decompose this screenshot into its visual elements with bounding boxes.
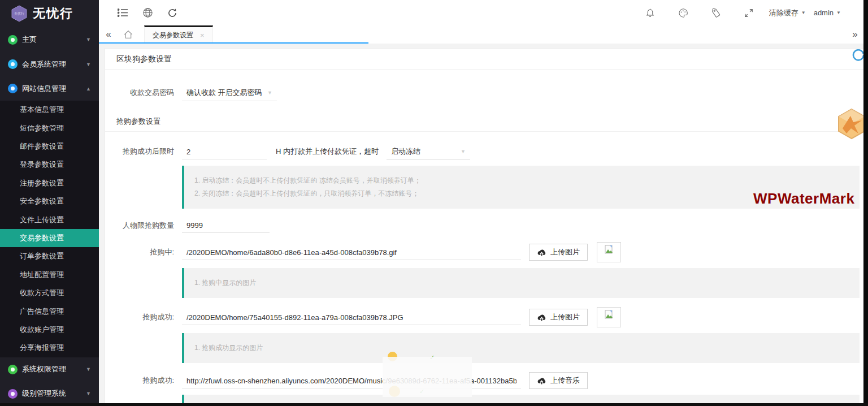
sidebar-item-level-management[interactable]: 级别管理系统 ▼ xyxy=(0,382,99,406)
chevron-down-icon: ▼ xyxy=(86,366,91,372)
fullscreen-icon[interactable] xyxy=(736,5,761,21)
sidebar-item-payment-accounts[interactable]: 收款账户管理 xyxy=(0,321,99,339)
clear-cache-dropdown[interactable]: 清除缓存 ▼ xyxy=(769,8,806,18)
timeout-suffix-text: H 内打款并上传付款凭证，超时 xyxy=(276,146,379,157)
settings-form: 收款交易密码 确认收款 开启交易密码 ▼ 抢购参数设置 抢购成功后限时 H 内打… xyxy=(105,70,867,406)
sidebar-item-sms-params[interactable]: 短信参数管理 xyxy=(0,119,99,137)
settings-panel: 区块狗参数设置 收款交易密码 确认收款 开启交易密码 ▼ 抢购参数设置 xyxy=(105,48,868,406)
upload-image-button[interactable]: 上传图片 xyxy=(529,244,588,261)
broken-image-icon xyxy=(605,310,614,319)
section-title: 抢购参数设置 xyxy=(105,111,867,132)
field-label: 抢购成功后限时 xyxy=(116,146,174,157)
cloud-upload-icon xyxy=(537,377,546,385)
app-title: 无忧行 xyxy=(33,5,73,22)
content-area: 区块狗参数设置 收款交易密码 确认收款 开启交易密码 ▼ 抢购参数设置 xyxy=(99,44,868,406)
grabbing-image-path-input[interactable] xyxy=(182,245,521,260)
upload-image-button[interactable]: 上传图片 xyxy=(529,309,588,326)
permissions-icon xyxy=(8,365,18,374)
field-label: 收款交易密码 xyxy=(116,88,174,98)
select-value: 启动冻结 xyxy=(391,146,420,157)
field-label: 抢购成功: xyxy=(116,312,174,322)
grabbing-image-preview[interactable] xyxy=(597,242,621,262)
sidebar-item-home[interactable]: 主页 ▼ xyxy=(0,28,99,52)
chevron-down-icon: ▼ xyxy=(86,391,91,396)
refresh-icon[interactable] xyxy=(160,5,185,21)
notification-bell-icon[interactable] xyxy=(638,5,663,21)
sidebar-item-basic-info[interactable]: 基本信息管理 xyxy=(0,101,99,119)
note-line: 1. 抢购成功显示的图片 xyxy=(194,342,849,355)
sidebar-item-payment-methods[interactable]: 收款方式管理 xyxy=(0,284,99,302)
collapse-menu-icon[interactable] xyxy=(110,5,135,21)
freeze-mode-select[interactable]: 启动冻结 ▼ xyxy=(387,143,470,160)
panel-title: 区块狗参数设置 xyxy=(105,49,867,70)
sidebar-item-security-params[interactable]: 安全参数设置 xyxy=(0,192,99,210)
loading-spinner-icon xyxy=(852,49,865,64)
close-icon[interactable]: × xyxy=(200,31,205,40)
form-row-grabbing-image: 抢购中: 上传图片 xyxy=(105,242,867,262)
sidebar-item-share-posters[interactable]: 分享海报管理 xyxy=(0,339,99,357)
screen-edge-artifact-bottom xyxy=(0,403,868,406)
sidebar-item-label: 级别管理系统 xyxy=(22,388,66,399)
username: admin xyxy=(814,8,834,17)
sidebar-item-ad-info[interactable]: 广告信息管理 xyxy=(0,303,99,321)
select-value: 确认收款 开启交易密码 xyxy=(186,88,262,98)
sidebar-item-order-params[interactable]: 订单参数设置 xyxy=(0,247,99,265)
svg-text:无忧行: 无忧行 xyxy=(14,11,24,16)
chevron-down-icon: ▼ xyxy=(86,62,91,67)
sidebar-item-login-params[interactable]: 登录参数设置 xyxy=(0,156,99,174)
sidebar-item-address-config[interactable]: 地址配置管理 xyxy=(0,266,99,284)
tabs-scroll-left-button[interactable]: « xyxy=(99,25,118,44)
floating-badge-icon[interactable] xyxy=(837,108,866,142)
note-line: 1. 启动冻结：会员超时不上传付款凭证的 冻结会员账号，并取消领养订单； xyxy=(194,174,849,187)
trade-password-select[interactable]: 确认收款 开启交易密码 ▼ xyxy=(182,84,277,101)
broken-image-icon xyxy=(605,245,614,254)
clear-cache-label: 清除缓存 xyxy=(769,8,798,18)
cloud-upload-icon xyxy=(537,314,546,321)
chevron-down-icon: ▼ xyxy=(801,10,806,15)
form-row-success-music: 抢购成功: 上传音乐 xyxy=(105,372,867,389)
tab-bar: « 交易参数设置 × » xyxy=(99,25,868,44)
tag-icon[interactable] xyxy=(704,5,728,21)
site-info-icon xyxy=(8,84,18,93)
chevron-down-icon: ▼ xyxy=(836,10,841,15)
purchase-limit-input[interactable] xyxy=(182,218,270,233)
sidebar-item-system-permissions[interactable]: 系统权限管理 ▼ xyxy=(0,357,99,382)
theme-palette-icon[interactable] xyxy=(671,5,696,21)
main-area: 清除缓存 ▼ admin ▼ « 交易参数设置 × » xyxy=(99,0,868,406)
watermark-text: WPWaterMark xyxy=(753,190,854,208)
home-icon xyxy=(123,29,133,40)
upload-music-button[interactable]: 上传音乐 xyxy=(529,372,588,389)
tab-trade-params[interactable]: 交易参数设置 × xyxy=(144,25,213,44)
sidebar-item-label: 会员系统管理 xyxy=(22,59,66,70)
form-row-timeout: 抢购成功后限时 H 内打款并上传付款凭证，超时 启动冻结 ▼ xyxy=(105,143,867,160)
success-image-path-input[interactable] xyxy=(182,310,521,325)
success-image-preview[interactable] xyxy=(597,307,621,327)
field-label: 人物限抢购数量 xyxy=(116,221,174,231)
app-logo[interactable]: 无忧行 无忧行 xyxy=(0,0,99,28)
sidebar-item-member-system[interactable]: 会员系统管理 ▼ xyxy=(0,52,99,76)
timeout-hours-input[interactable] xyxy=(182,144,267,159)
render-artifact-overlay xyxy=(383,357,472,397)
sidebar-item-mail-params[interactable]: 邮件参数设置 xyxy=(0,137,99,156)
sidebar-item-site-info[interactable]: 网站信息管理 ▲ xyxy=(0,76,99,101)
sidebar-item-upload-settings[interactable]: 文件上传设置 xyxy=(0,211,99,229)
field-label: 抢购中: xyxy=(116,247,174,257)
top-header: 清除缓存 ▼ admin ▼ xyxy=(99,0,868,25)
chevron-down-icon: ▼ xyxy=(86,37,91,42)
upload-button-label: 上传图片 xyxy=(550,247,580,257)
sidebar: 无忧行 无忧行 主页 ▼ 会员系统管理 ▼ 网站信息管理 ▲ 基本信息管理 短信… xyxy=(0,0,99,406)
chevron-up-icon: ▲ xyxy=(86,86,91,92)
note-line: 1. 抢购中显示的图片 xyxy=(194,277,849,290)
sidebar-item-label: 网站信息管理 xyxy=(22,84,66,94)
upload-button-label: 上传图片 xyxy=(550,312,580,322)
sidebar-item-trade-params[interactable]: 交易参数设置 xyxy=(0,229,99,247)
sidebar-item-register-params[interactable]: 注册参数设置 xyxy=(0,174,99,192)
user-dropdown[interactable]: admin ▼ xyxy=(814,8,841,17)
form-row-limit: 人物限抢购数量 xyxy=(105,218,867,233)
header-right-tools: 清除缓存 ▼ admin ▼ xyxy=(638,5,841,21)
globe-icon[interactable] xyxy=(135,5,160,21)
app-window: 无忧行 无忧行 主页 ▼ 会员系统管理 ▼ 网站信息管理 ▲ 基本信息管理 短信… xyxy=(0,0,868,406)
screen-edge-artifact-right xyxy=(863,0,868,406)
home-tab-button[interactable] xyxy=(118,25,138,44)
sidebar-item-label: 系统权限管理 xyxy=(22,364,66,374)
